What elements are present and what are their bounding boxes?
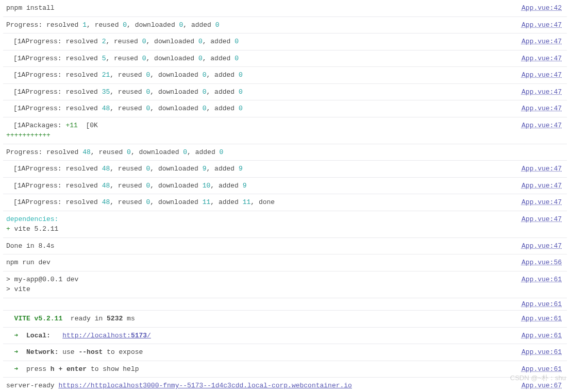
source-link[interactable]: App.vue:47	[522, 37, 562, 47]
log-text: pnpm install	[6, 3, 55, 13]
log-text: [1AProgress: resolved 21, reused 0, down…	[6, 70, 243, 80]
log-text: [1AProgress: resolved 48, reused 0, down…	[6, 181, 247, 191]
log-text: Done in 8.4s	[6, 241, 55, 251]
log-row: server-ready https://httplocalhost3000-f…	[3, 378, 567, 392]
log-text: ➜ Network: use --host to expose	[6, 347, 143, 357]
source-link[interactable]: App.vue:47	[522, 197, 562, 208]
log-row: [1AProgress: resolved 48, reused 0, down…	[3, 161, 567, 178]
server-url[interactable]: https://httplocalhost3000-fnmy--5173--1d…	[58, 382, 352, 389]
log-text: [1APackages: +11 [0K+++++++++++	[6, 121, 98, 141]
source-link[interactable]: App.vue:47	[522, 181, 562, 191]
log-text: [1AProgress: resolved 5, reused 0, downl…	[6, 54, 239, 64]
log-row: [1AProgress: resolved 48, reused 0, down…	[3, 194, 567, 211]
source-link[interactable]: App.vue:47	[522, 241, 562, 251]
source-link[interactable]: App.vue:61	[522, 314, 562, 324]
log-row: npm run devApp.vue:56	[3, 254, 567, 271]
source-link[interactable]: App.vue:61	[522, 331, 562, 341]
log-row: [1AProgress: resolved 35, reused 0, down…	[3, 84, 567, 101]
source-link[interactable]: App.vue:61	[522, 364, 562, 374]
log-text: ➜ press h + enter to show help	[6, 364, 139, 374]
log-row: [1AProgress: resolved 2, reused 0, downl…	[3, 33, 567, 50]
source-link[interactable]: App.vue:61	[522, 347, 562, 357]
log-text	[6, 299, 10, 310]
source-link[interactable]: App.vue:47	[522, 104, 562, 114]
log-row: App.vue:61	[3, 298, 567, 311]
local-url[interactable]: http://localhost:5173/	[62, 332, 151, 339]
source-link[interactable]: App.vue:47	[522, 70, 562, 80]
source-link[interactable]: App.vue:61	[522, 299, 562, 310]
log-row: ➜ press h + enter to show helpApp.vue:61	[3, 361, 567, 378]
log-text: dependencies:+ vite 5.2.11	[6, 214, 58, 234]
source-link[interactable]: App.vue:47	[522, 87, 562, 97]
log-text: > my-app@0.0.1 dev> vite	[6, 275, 78, 295]
log-text: VITE v5.2.11 ready in 5232 ms	[6, 314, 135, 324]
log-text: [1AProgress: resolved 2, reused 0, downl…	[6, 37, 239, 47]
log-row: Progress: resolved 48, reused 0, downloa…	[3, 144, 567, 161]
log-row: Done in 8.4sApp.vue:47	[3, 238, 567, 255]
log-row: VITE v5.2.11 ready in 5232 msApp.vue:61	[3, 311, 567, 328]
source-link[interactable]: App.vue:42	[522, 3, 562, 13]
log-text: [1AProgress: resolved 48, reused 0, down…	[6, 104, 243, 114]
source-link[interactable]: App.vue:47	[522, 20, 562, 30]
source-link[interactable]: App.vue:61	[522, 275, 562, 285]
log-row: pnpm installApp.vue:42	[3, 0, 567, 17]
log-row: [1APackages: +11 [0K+++++++++++App.vue:4…	[3, 117, 567, 144]
log-row: ➜ Network: use --host to exposeApp.vue:6…	[3, 344, 567, 361]
source-link[interactable]: App.vue:47	[522, 121, 562, 131]
log-text: server-ready https://httplocalhost3000-f…	[6, 381, 352, 391]
source-link[interactable]: App.vue:56	[522, 258, 562, 268]
log-text: ➜ Local: http://localhost:5173/	[6, 331, 151, 341]
log-text: Progress: resolved 48, reused 0, downloa…	[6, 147, 223, 158]
source-link[interactable]: App.vue:47	[522, 54, 562, 64]
log-row: Progress: resolved 1, reused 0, download…	[3, 17, 567, 34]
log-row: dependencies:+ vite 5.2.11App.vue:47	[3, 211, 567, 238]
console-output: pnpm installApp.vue:42Progress: resolved…	[0, 0, 570, 392]
log-row: [1AProgress: resolved 21, reused 0, down…	[3, 67, 567, 84]
log-row: ➜ Local: http://localhost:5173/App.vue:6…	[3, 328, 567, 345]
log-row: > my-app@0.0.1 dev> viteApp.vue:61	[3, 271, 567, 298]
log-text: [1AProgress: resolved 35, reused 0, down…	[6, 87, 243, 97]
source-link[interactable]: App.vue:67	[522, 381, 562, 391]
log-row: [1AProgress: resolved 5, reused 0, downl…	[3, 50, 567, 67]
log-text: [1AProgress: resolved 48, reused 0, down…	[6, 197, 275, 208]
log-row: [1AProgress: resolved 48, reused 0, down…	[3, 178, 567, 195]
log-text: npm run dev	[6, 258, 51, 268]
log-text: Progress: resolved 1, reused 0, download…	[6, 20, 220, 30]
log-row: [1AProgress: resolved 48, reused 0, down…	[3, 100, 567, 117]
source-link[interactable]: App.vue:47	[522, 164, 562, 174]
source-link[interactable]: App.vue:47	[522, 214, 562, 225]
log-text: [1AProgress: resolved 48, reused 0, down…	[6, 164, 243, 174]
